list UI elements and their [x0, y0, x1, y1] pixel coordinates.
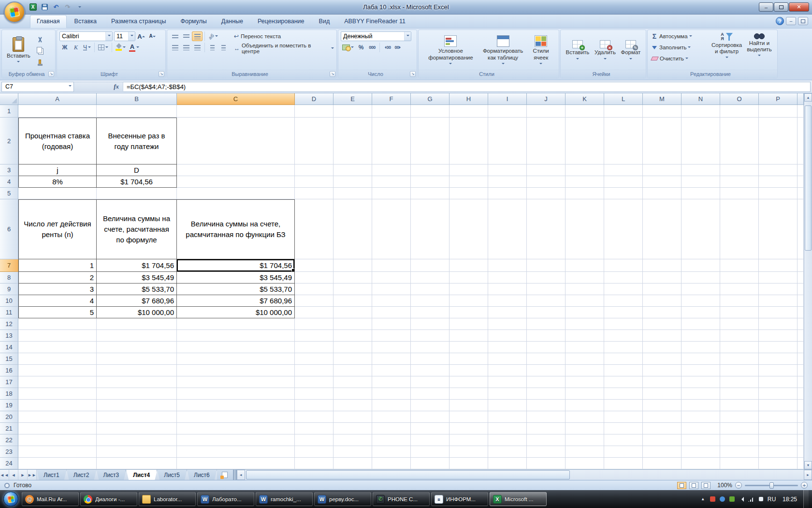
cell-K15[interactable] [566, 353, 604, 365]
cell-J16[interactable] [527, 365, 566, 376]
cell-P22[interactable] [759, 434, 798, 446]
cell-B7[interactable]: $1 704,56 [97, 259, 177, 272]
cell-B5[interactable] [97, 188, 177, 199]
cell-O13[interactable] [720, 330, 759, 342]
cell-M17[interactable] [643, 376, 682, 388]
cell-partial-8[interactable] [798, 272, 804, 284]
cell-L5[interactable] [604, 188, 643, 199]
cell-H6[interactable] [450, 199, 488, 259]
cell-H20[interactable] [450, 411, 488, 423]
cell-C2[interactable] [177, 118, 295, 164]
cell-H10[interactable] [450, 295, 488, 307]
cell-partial-15[interactable] [798, 353, 804, 365]
autosum-button[interactable]: Σ Автосумма [650, 31, 706, 41]
macro-record-button[interactable] [4, 483, 10, 488]
cell-O4[interactable] [720, 176, 759, 188]
cell-F21[interactable] [372, 423, 411, 434]
cell-J7[interactable] [527, 259, 566, 272]
cell-M7[interactable] [643, 259, 682, 272]
cell-O9[interactable] [720, 284, 759, 295]
cell-D6[interactable] [295, 199, 334, 259]
cell-A12[interactable] [18, 318, 97, 330]
cell-H1[interactable] [450, 105, 488, 118]
cell-L12[interactable] [604, 318, 643, 330]
cell-D20[interactable] [295, 411, 334, 423]
cell-partial-17[interactable] [798, 376, 804, 388]
cell-N2[interactable] [682, 118, 720, 164]
cell-F9[interactable] [372, 284, 411, 295]
tab-data[interactable]: Данные [215, 15, 250, 28]
cell-P13[interactable] [759, 330, 798, 342]
cell-J22[interactable] [527, 434, 566, 446]
cell-B23[interactable] [97, 446, 177, 458]
tab-view[interactable]: Вид [312, 15, 337, 28]
font-size-combo[interactable]: 11 [114, 31, 135, 41]
increase-indent-button[interactable] [218, 43, 229, 52]
cell-N17[interactable] [682, 376, 720, 388]
cell-B8[interactable]: $3 545,49 [97, 272, 177, 284]
delete-cells-button[interactable]: × Удалить [592, 39, 618, 61]
cell-J11[interactable] [527, 307, 566, 318]
cell-G18[interactable] [411, 388, 450, 400]
cell-G6[interactable] [411, 199, 450, 259]
cell-F1[interactable] [372, 105, 411, 118]
cell-C9[interactable]: $5 533,70 [177, 284, 295, 295]
cell-O12[interactable] [720, 318, 759, 330]
cell-A23[interactable] [18, 446, 97, 458]
sheet-tab-1[interactable]: Лист1 [37, 470, 67, 480]
cell-G21[interactable] [411, 423, 450, 434]
cell-E14[interactable] [334, 342, 372, 353]
cell-B15[interactable] [97, 353, 177, 365]
cell-C8[interactable]: $3 545,49 [177, 272, 295, 284]
cell-P16[interactable] [759, 365, 798, 376]
cell-I23[interactable] [488, 446, 527, 458]
conditional-formatting-button[interactable]: Условное форматирование [426, 34, 475, 66]
cell-D13[interactable] [295, 330, 334, 342]
cell-G14[interactable] [411, 342, 450, 353]
cell-D3[interactable] [295, 164, 334, 176]
taskbar-clock[interactable]: 18:25 [780, 496, 800, 503]
cell-N18[interactable] [682, 388, 720, 400]
volume-icon[interactable] [739, 496, 745, 502]
cell-J10[interactable] [527, 295, 566, 307]
cell-D11[interactable] [295, 307, 334, 318]
cell-A22[interactable] [18, 434, 97, 446]
cell-partial-22[interactable] [798, 434, 804, 446]
cell-I21[interactable] [488, 423, 527, 434]
cell-O3[interactable] [720, 164, 759, 176]
cell-E11[interactable] [334, 307, 372, 318]
cell-L22[interactable] [604, 434, 643, 446]
cell-F22[interactable] [372, 434, 411, 446]
taskbar-button-dialogs[interactable]: Диалоги -... [80, 492, 137, 506]
cell-D22[interactable] [295, 434, 334, 446]
cell-F8[interactable] [372, 272, 411, 284]
cell-E20[interactable] [334, 411, 372, 423]
cell-G5[interactable] [411, 188, 450, 199]
cell-P19[interactable] [759, 400, 798, 411]
cell-P2[interactable] [759, 118, 798, 164]
cell-M4[interactable] [643, 176, 682, 188]
cell-D17[interactable] [295, 376, 334, 388]
number-dialog-launcher[interactable]: ↘ [410, 71, 416, 77]
cell-C18[interactable] [177, 388, 295, 400]
tray-app-icon-1[interactable] [710, 496, 716, 502]
cell-N6[interactable] [682, 199, 720, 259]
cell-A4[interactable]: 8% [18, 176, 97, 188]
cell-O18[interactable] [720, 388, 759, 400]
language-indicator[interactable]: RU [768, 496, 776, 503]
row-header-11[interactable]: 11 [0, 307, 18, 318]
cell-P9[interactable] [759, 284, 798, 295]
align-top-button[interactable] [170, 31, 180, 41]
cell-partial-1[interactable] [798, 105, 804, 118]
row-header-1[interactable]: 1 [0, 105, 18, 118]
cell-L11[interactable] [604, 307, 643, 318]
cell-A19[interactable] [18, 400, 97, 411]
cell-C3[interactable] [177, 164, 295, 176]
cell-H2[interactable] [450, 118, 488, 164]
cell-B24[interactable] [97, 458, 177, 469]
cell-O19[interactable] [720, 400, 759, 411]
cell-M9[interactable] [643, 284, 682, 295]
cell-L24[interactable] [604, 458, 643, 469]
borders-button[interactable] [97, 43, 110, 52]
cell-J9[interactable] [527, 284, 566, 295]
